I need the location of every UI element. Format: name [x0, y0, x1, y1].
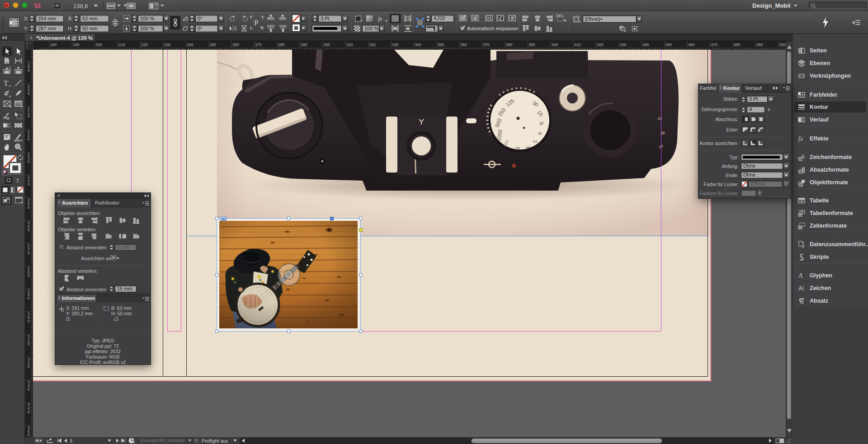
svg-text:220: 220	[142, 42, 148, 47]
svg-text:490: 490	[756, 42, 763, 47]
svg-text:190: 190	[73, 42, 79, 47]
svg-text:0: 0	[28, 137, 30, 141]
svg-text:180: 180	[50, 42, 57, 47]
svg-text:340: 340	[415, 42, 421, 47]
svg-text:P: P	[254, 19, 258, 27]
svg-text:440: 440	[642, 42, 649, 47]
svg-text:210: 210	[118, 42, 125, 47]
svg-text:0: 0	[28, 251, 30, 255]
svg-text:280: 280	[278, 42, 284, 47]
svg-text:A: A	[798, 272, 803, 279]
svg-text:0: 0	[28, 319, 30, 323]
svg-text:470: 470	[711, 42, 717, 47]
svg-text:400: 400	[552, 42, 558, 47]
svg-text:0: 0	[28, 91, 30, 96]
svg-text:A: A	[801, 154, 805, 160]
svg-text:0: 0	[28, 410, 30, 414]
svg-text:T: T	[4, 79, 9, 88]
svg-text:240: 240	[187, 42, 193, 47]
svg-text:310: 310	[346, 42, 353, 47]
svg-text:0: 0	[28, 114, 30, 118]
svg-text:270: 270	[255, 42, 262, 47]
svg-text:A: A	[798, 285, 803, 292]
svg-text:0: 0	[28, 365, 30, 369]
svg-text:0: 0	[28, 341, 30, 346]
svg-text:0: 0	[28, 433, 30, 437]
svg-text:0: 0	[28, 387, 30, 392]
svg-text:0: 0	[28, 273, 30, 278]
svg-text:350: 350	[438, 42, 444, 47]
svg-text:300: 300	[324, 42, 330, 47]
svg-text:480: 480	[734, 42, 740, 47]
svg-text:0: 0	[28, 228, 30, 232]
svg-text:0: 0	[28, 182, 30, 187]
svg-text:320: 320	[369, 42, 376, 47]
svg-text:200: 200	[96, 42, 102, 47]
svg-text:fx: fx	[378, 15, 382, 22]
svg-text:230: 230	[164, 42, 170, 47]
svg-text:420: 420	[597, 42, 604, 47]
svg-text:500: 500	[779, 42, 786, 47]
svg-text:250: 250	[210, 42, 216, 47]
svg-text:380: 380	[506, 42, 512, 47]
svg-text:370: 370	[483, 42, 490, 47]
svg-text:330: 330	[392, 42, 398, 47]
svg-text:410: 410	[574, 42, 580, 47]
svg-text:0: 0	[28, 68, 30, 73]
svg-text:0: 0	[28, 296, 30, 300]
svg-text:430: 430	[620, 42, 626, 47]
svg-text:0: 0	[28, 159, 30, 164]
svg-text:460: 460	[688, 42, 694, 47]
svg-text:260: 260	[232, 42, 239, 47]
svg-text:390: 390	[528, 42, 535, 47]
svg-text:1: 1	[525, 146, 531, 149]
svg-text:360: 360	[460, 42, 467, 47]
svg-text:2: 2	[533, 140, 539, 143]
svg-text:450: 450	[665, 42, 672, 47]
svg-text:fx: fx	[798, 136, 803, 142]
svg-text:290: 290	[301, 42, 307, 47]
svg-text:0: 0	[28, 205, 30, 210]
